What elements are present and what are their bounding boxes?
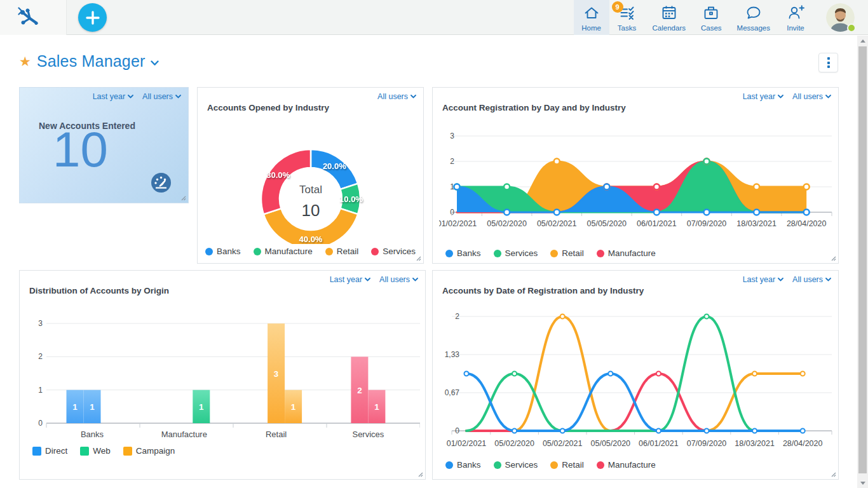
- resize-handle[interactable]: [180, 195, 186, 201]
- resize-handle[interactable]: [416, 255, 421, 261]
- legend-label: Manufacture: [608, 248, 656, 258]
- svg-text:28/04/2020: 28/04/2020: [787, 219, 827, 228]
- dashboard-title-menu[interactable]: ★ Sales Manager: [19, 52, 159, 71]
- period-filter[interactable]: Last year: [743, 92, 783, 101]
- nav-item-tasks[interactable]: 9 Tasks: [609, 0, 645, 35]
- svg-text:05/02/2021: 05/02/2021: [543, 439, 583, 448]
- users-filter[interactable]: All users: [379, 275, 418, 284]
- svg-text:10.0%: 10.0%: [339, 194, 363, 204]
- svg-text:Manufacture: Manufacture: [161, 430, 207, 439]
- svg-text:1: 1: [90, 402, 95, 412]
- nav-item-calendars[interactable]: Calendars: [645, 0, 693, 35]
- legend-label: Banks: [457, 460, 481, 470]
- legend-label: Services: [505, 248, 538, 258]
- dashboard-options-button[interactable]: [818, 53, 838, 72]
- scrollbar-thumb[interactable]: [858, 46, 867, 473]
- resize-handle[interactable]: [417, 471, 423, 477]
- widget-accounts-by-origin: Last year All users Distribution of Acco…: [19, 270, 426, 480]
- legend-label: Campaign: [136, 446, 175, 456]
- menu-expand-icon[interactable]: [18, 7, 23, 15]
- legend-item[interactable]: Retail: [325, 247, 359, 256]
- svg-text:01/02/2021: 01/02/2021: [439, 219, 477, 228]
- resize-handle[interactable]: [831, 471, 836, 477]
- metric-value: 10: [53, 125, 108, 174]
- svg-text:0: 0: [455, 426, 459, 435]
- svg-text:05/05/2020: 05/05/2020: [591, 439, 631, 448]
- nav-label: Tasks: [618, 25, 636, 32]
- nav-item-invite[interactable]: Invite: [778, 0, 813, 35]
- legend-marker: [550, 461, 558, 469]
- user-avatar[interactable]: [826, 3, 855, 32]
- legend-label: Services: [505, 460, 538, 470]
- svg-text:10: 10: [302, 201, 320, 220]
- app-logo-section[interactable]: [0, 0, 67, 35]
- svg-text:3: 3: [274, 369, 279, 379]
- legend-label: Services: [383, 247, 416, 256]
- legend-item[interactable]: Retail: [550, 460, 584, 470]
- legend-item[interactable]: Services: [494, 460, 538, 470]
- nav-item-home[interactable]: Home: [574, 0, 609, 35]
- users-filter[interactable]: All users: [377, 92, 416, 101]
- nav-item-messages[interactable]: Messages: [729, 0, 778, 35]
- chevron-down-icon: [128, 95, 133, 98]
- svg-text:1: 1: [374, 402, 379, 412]
- online-status-dot: [847, 24, 856, 32]
- period-filter[interactable]: Last year: [330, 275, 370, 284]
- legend-label: Retail: [562, 248, 584, 258]
- widget-new-accounts: Last year All users New Accounts Entered…: [19, 87, 189, 203]
- nav-label: Calendars: [653, 25, 686, 32]
- scrollbar-up-arrow[interactable]: [857, 36, 868, 46]
- svg-text:Retail: Retail: [266, 430, 287, 439]
- users-filter[interactable]: All users: [142, 92, 181, 101]
- svg-text:40.0%: 40.0%: [299, 234, 323, 244]
- svg-text:1: 1: [199, 402, 204, 412]
- legend-item[interactable]: Banks: [445, 248, 481, 258]
- users-filter[interactable]: All users: [792, 92, 831, 101]
- svg-text:2: 2: [455, 312, 459, 321]
- svg-text:1,33: 1,33: [445, 350, 460, 359]
- gauge-icon: [151, 173, 171, 193]
- scrollbar-down-arrow[interactable]: [857, 478, 868, 488]
- legend-item[interactable]: Services: [371, 247, 416, 256]
- svg-text:05/02/2020: 05/02/2020: [494, 439, 534, 448]
- nav-item-cases[interactable]: Cases: [693, 0, 729, 35]
- svg-text:Banks: Banks: [81, 430, 104, 439]
- chart-legend: DirectWebCampaign: [32, 446, 175, 456]
- legend-item[interactable]: Web: [80, 446, 111, 456]
- legend-label: Banks: [217, 247, 241, 256]
- legend-item[interactable]: Retail: [550, 248, 584, 258]
- period-filter[interactable]: Last year: [93, 92, 133, 101]
- legend-marker: [123, 447, 132, 456]
- legend-item[interactable]: Campaign: [123, 446, 175, 456]
- legend-item[interactable]: Manufacture: [254, 247, 313, 256]
- svg-text:1: 1: [72, 402, 78, 412]
- svg-text:18/03/2021: 18/03/2021: [736, 219, 776, 228]
- chevron-down-icon: [151, 60, 159, 66]
- legend-marker: [494, 250, 501, 257]
- favorite-star-icon[interactable]: ★: [19, 54, 31, 69]
- dashboard-content: ★ Sales Manager Last year All users New …: [0, 36, 857, 488]
- legend-marker: [205, 248, 213, 255]
- legend-item[interactable]: Banks: [445, 460, 481, 470]
- legend-item[interactable]: Manufacture: [597, 460, 656, 470]
- legend-item[interactable]: Manufacture: [597, 248, 656, 258]
- widget-title: Account Registration by Day and by Indus…: [442, 103, 626, 112]
- topbar: Home 9 Tasks: [0, 0, 868, 35]
- briefcase-icon: [703, 4, 719, 21]
- legend-item[interactable]: Services: [494, 248, 538, 258]
- legend-label: Retail: [562, 460, 584, 470]
- users-filter[interactable]: All users: [792, 275, 831, 284]
- create-new-button[interactable]: [78, 3, 107, 32]
- svg-text:0,67: 0,67: [445, 388, 460, 397]
- period-filter[interactable]: Last year: [743, 275, 783, 284]
- legend-marker: [550, 250, 558, 257]
- legend-label: Web: [93, 446, 111, 456]
- legend-item[interactable]: Banks: [205, 247, 241, 256]
- chevron-down-icon: [825, 278, 831, 281]
- legend-item[interactable]: Direct: [32, 446, 67, 456]
- page-title: Sales Manager: [37, 52, 146, 71]
- legend-label: Manufacture: [265, 247, 313, 256]
- svg-text:05/05/2020: 05/05/2020: [587, 219, 627, 228]
- resize-handle[interactable]: [831, 255, 836, 261]
- svg-text:30.0%: 30.0%: [266, 170, 290, 180]
